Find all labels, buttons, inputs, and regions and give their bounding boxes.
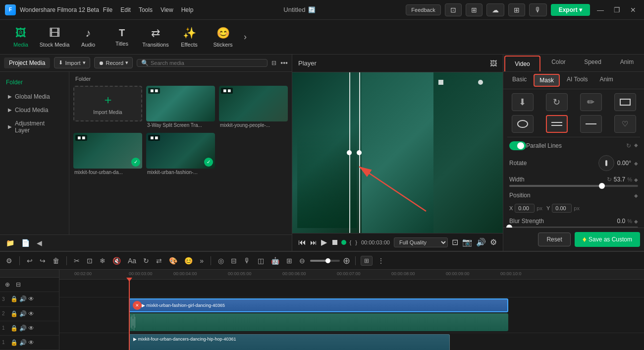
minimize-button[interactable]: —	[594, 6, 607, 14]
tl-minus-btn[interactable]: ⊖	[297, 256, 307, 266]
mask-shape-oval[interactable]	[512, 115, 534, 133]
menu-help[interactable]: Help	[181, 6, 194, 13]
reset-button[interactable]: Reset	[538, 233, 570, 246]
track-lane-v3[interactable]	[59, 280, 644, 297]
track-add-icon[interactable]: ⊕	[3, 280, 12, 289]
volume-handle[interactable]	[325, 258, 330, 263]
media-item-1[interactable]: ⏹⏹ 3-Way Split Screen Tra...	[146, 86, 215, 129]
tl-clip-btn[interactable]: ⊟	[229, 256, 239, 266]
mask-shape-heart[interactable]: ♡	[614, 115, 636, 133]
audio-icon[interactable]: 🔊	[476, 237, 486, 247]
width-reset-icon[interactable]: ↻	[607, 176, 612, 183]
x-value[interactable]: 0.00	[515, 204, 535, 213]
step-back-button[interactable]: ⏭	[310, 238, 317, 246]
menu-view[interactable]: View	[161, 6, 173, 13]
record-button[interactable]: ⏺ Record ▾	[94, 57, 133, 68]
tl-flip-h-btn[interactable]: ⇄	[154, 256, 164, 266]
settings-icon[interactable]: ⚙	[490, 237, 497, 247]
track-eye-v3[interactable]: 👁	[28, 295, 34, 302]
track-lock-v3[interactable]: 🔒	[10, 295, 18, 302]
blur-keyframe-icon[interactable]: ◆	[634, 219, 638, 224]
tab-color[interactable]: Color	[541, 55, 576, 71]
menu-edit[interactable]: Edit	[120, 6, 131, 13]
keyframe-icon[interactable]: ◆	[634, 142, 638, 149]
toolbar-transitions[interactable]: ⇄ Transitions	[140, 22, 171, 52]
tl-sticker-btn[interactable]: 😊	[182, 256, 195, 266]
tl-crop-btn[interactable]: ⊡	[85, 256, 95, 266]
grid-icon[interactable]: ⊞	[508, 3, 525, 16]
reset-icon[interactable]: ↻	[626, 142, 631, 149]
mask-handle-left[interactable]	[347, 150, 352, 155]
restore-button[interactable]: ❐	[611, 6, 623, 14]
mask-shape-rotate[interactable]: ↻	[546, 93, 568, 111]
toolbar-audio[interactable]: ♪ Audio	[72, 22, 104, 52]
track-lock-v2[interactable]: 🔒	[10, 310, 18, 317]
tl-mute-btn[interactable]: 🔇	[110, 256, 123, 266]
rewind-button[interactable]: ⏮	[298, 238, 306, 247]
track-collapse-icon[interactable]: ⊟	[14, 280, 23, 289]
mask-handle-right[interactable]	[357, 150, 362, 155]
volume-slider[interactable]	[310, 260, 340, 262]
track-audio-a1[interactable]: 🔊	[19, 339, 27, 346]
search-box[interactable]: 🔍	[137, 59, 268, 67]
position-keyframe-icon[interactable]: ◆	[634, 193, 638, 198]
mask-top-handle-2[interactable]	[478, 80, 483, 85]
tl-snap-btn[interactable]: ◫	[256, 256, 266, 266]
toolbar-stock-media[interactable]: 🎞 Stock Media	[39, 22, 70, 52]
track-lock-v1[interactable]: 🔒	[10, 325, 18, 332]
toolbar-effects[interactable]: ✨ Effects	[173, 22, 205, 52]
layout-icon-1[interactable]: ⊡	[445, 3, 462, 16]
new-folder-button[interactable]: 📁	[4, 238, 16, 248]
quality-select[interactable]: Full Quality Half Quality Quarter Qualit…	[394, 237, 448, 247]
sidebar-item-cloud[interactable]: ▶ Cloud Media	[2, 104, 67, 117]
fullscreen-icon[interactable]: ⊡	[452, 237, 458, 247]
toolbar-titles[interactable]: T Titles	[106, 22, 138, 52]
import-media-thumb[interactable]: ＋ Import Media	[73, 86, 142, 121]
sub-tab-basic[interactable]: Basic	[507, 74, 532, 87]
save-custom-button[interactable]: ♦ Save as Custom	[575, 232, 640, 247]
clip-v1[interactable]: ▶ mixkit-four-urban-dancers-dancing-hip-…	[129, 334, 450, 350]
tab-video[interactable]: Video	[504, 56, 540, 71]
sub-tab-mask[interactable]: Mask	[534, 74, 560, 87]
media-item-4[interactable]: ⏹⏹ ✓ mixkit-urban-fashion-...	[146, 133, 215, 176]
project-media-tab[interactable]: Project Media	[4, 58, 50, 68]
mark-out[interactable]: }	[355, 239, 357, 245]
width-slider-track[interactable]	[509, 185, 638, 187]
track-lane-v2[interactable]: ✕ ▶ mixkit-urban-fashion-girl-dancing-40…	[59, 297, 644, 333]
width-keyframe-icon[interactable]: ◆	[634, 177, 638, 182]
search-input[interactable]	[151, 60, 263, 66]
track-audio-v1[interactable]: 🔊	[19, 325, 27, 332]
toolbar-more-button[interactable]: ›	[241, 32, 250, 42]
tl-settings-btn[interactable]: ⚙	[4, 256, 14, 266]
sub-tab-anim-sub[interactable]: Anim	[594, 74, 618, 87]
tl-stabilize-btn[interactable]: ⊞	[284, 256, 294, 266]
tl-cut-btn[interactable]: ✂	[72, 256, 82, 266]
blur-slider-thumb[interactable]	[506, 225, 512, 228]
import-media-item[interactable]: ＋ Import Media	[73, 86, 142, 129]
tl-delete-btn[interactable]: 🗑	[51, 256, 61, 266]
parallel-lines-toggle[interactable]	[509, 141, 526, 150]
export-button[interactable]: Export ▾	[551, 4, 590, 16]
tl-mic-btn[interactable]: 🎙	[242, 256, 253, 266]
mask-shape-line[interactable]	[580, 115, 602, 133]
track-eye-v1[interactable]: 👁	[28, 325, 34, 332]
track-lane-v1[interactable]: ▶ mixkit-four-urban-dancers-dancing-hip-…	[59, 333, 644, 350]
media-item-3[interactable]: ⏹⏹ ✓ mixkit-four-urban-da...	[73, 133, 142, 176]
sidebar-item-adjustment[interactable]: ▶ Adjustment Layer	[2, 117, 67, 137]
menu-tools[interactable]: Tools	[139, 6, 153, 13]
mask-shape-pen[interactable]: ✏	[580, 93, 602, 111]
progress-bar[interactable]	[343, 241, 346, 243]
width-slider-thumb[interactable]	[599, 183, 605, 189]
toolbar-media[interactable]: 🖼 Media	[5, 22, 37, 52]
rotate-keyframe-icon[interactable]: ◆	[634, 161, 638, 166]
mark-in[interactable]: {	[350, 239, 352, 245]
screenshot-icon[interactable]: 📷	[462, 237, 472, 247]
layout-icon-2[interactable]: ⊞	[466, 3, 483, 16]
tl-more-btn[interactable]: »	[198, 256, 206, 266]
filter-icon[interactable]: ⊟	[271, 59, 276, 66]
tl-rotate-btn[interactable]: ↻	[141, 256, 151, 266]
tab-speed[interactable]: Speed	[576, 55, 610, 71]
import-button[interactable]: ⬇ Import ▾	[54, 57, 90, 68]
tl-undo-btn[interactable]: ↩	[25, 256, 35, 266]
progress-handle[interactable]	[341, 240, 346, 245]
